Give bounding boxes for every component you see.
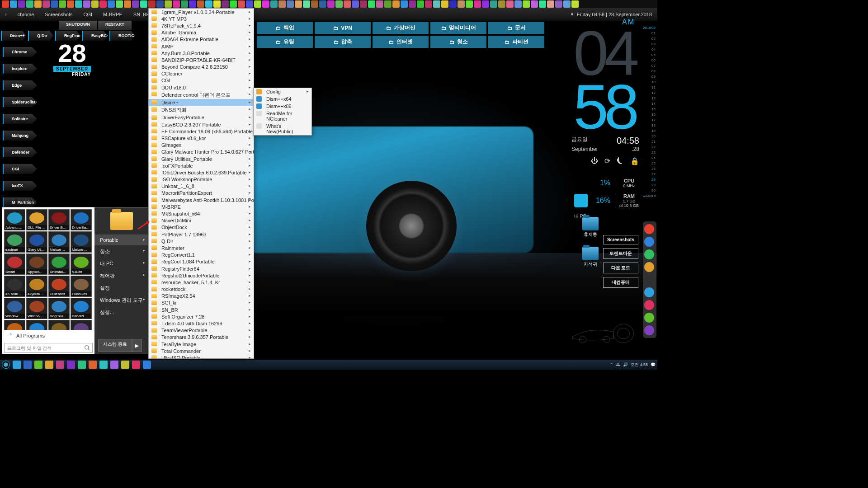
submenu-item[interactable]: EasyBCD 2.3.207 Portable <box>149 121 254 128</box>
start-tile[interactable]: 4kyoutu… <box>26 276 47 297</box>
launcher-icon[interactable] <box>262 0 269 8</box>
tray-network-icon[interactable]: 🖧 <box>616 362 620 367</box>
submenu-item[interactable]: Glary Utilities_Portable <box>149 155 254 162</box>
start-tile[interactable]: Driver B… <box>48 209 70 230</box>
submenu-item[interactable]: rocketdock <box>149 286 254 293</box>
launcher-icon[interactable] <box>67 0 74 8</box>
launcher-icon[interactable] <box>506 0 514 8</box>
submenu-item[interactable]: Adobe_Gamma <box>149 29 254 36</box>
launcher-icon[interactable] <box>563 0 571 8</box>
submenu-item[interactable]: Dism++x86 <box>254 103 311 110</box>
start-tile[interactable]: Malwar… <box>71 231 92 253</box>
launcher-icon[interactable] <box>458 0 465 8</box>
dock-icon[interactable] <box>644 249 654 259</box>
launcher-icon[interactable] <box>384 0 392 8</box>
start-menu-item[interactable]: 실행... <box>94 306 149 319</box>
category-button[interactable]: 🗀가상머신 <box>373 22 429 34</box>
submenu-item[interactable]: SGI_kr <box>149 300 254 306</box>
start-menu-item[interactable]: Windows 관리 도구 <box>94 294 149 306</box>
start-menu-item[interactable]: 설정 <box>94 282 149 294</box>
launcher-icon[interactable] <box>34 0 42 8</box>
launcher-icon[interactable] <box>148 0 156 8</box>
submenu-item[interactable]: PotPlayer 1.7.13963 <box>149 231 254 238</box>
tray-chevron-icon[interactable]: ⌃ <box>610 362 613 367</box>
submenu-item[interactable]: TeamViewerPortable <box>149 327 254 334</box>
right-panel-button[interactable]: Screenshots <box>603 235 638 244</box>
dock-icon[interactable] <box>644 300 654 310</box>
power-icon[interactable]: ⏻ <box>591 157 598 165</box>
dock-icon[interactable] <box>644 275 654 285</box>
submenu-item[interactable]: MkSnapshot_x64 <box>149 210 254 217</box>
submenu-item[interactable]: What's New(Public) <box>254 122 311 135</box>
launcher-icon[interactable] <box>474 0 481 8</box>
launcher-icon[interactable] <box>238 0 245 8</box>
info-bar-item[interactable]: Screenshots <box>39 12 78 17</box>
submenu-item[interactable]: T.dism 4.0 with Dism 16299 <box>149 320 254 327</box>
submenu-item[interactable]: 78RePack_v1.9.4 <box>149 22 254 29</box>
submenu-item[interactable]: RegistryFinder64 <box>149 265 254 272</box>
launcher-icon[interactable] <box>18 0 25 8</box>
tray-clock[interactable]: 오전 4:58 <box>631 362 648 368</box>
launcher-icon[interactable] <box>352 0 359 8</box>
submenu-item[interactable]: Tenorshare.3.9.6.357.Portable <box>149 334 254 341</box>
start-tile[interactable]: ezclean <box>4 231 25 253</box>
submenu-item[interactable]: Linkbar_1_6_8 <box>149 183 254 190</box>
start-tile[interactable]: Glary Ut… <box>26 231 47 253</box>
launcher-icon[interactable] <box>327 0 335 8</box>
launcher-icon[interactable] <box>409 0 416 8</box>
submenu-item[interactable]: RegConvert1.1 <box>149 252 254 258</box>
taskbar-icon[interactable] <box>132 361 140 369</box>
lock-icon[interactable]: 🔒 <box>630 157 639 165</box>
category-button[interactable]: 🗀청소 <box>430 36 486 48</box>
shutdown-options-button[interactable]: ▸ <box>132 339 142 352</box>
submenu-item[interactable]: UltraISO Portable <box>149 354 254 359</box>
launcher-icon[interactable] <box>140 0 147 8</box>
dock-icon[interactable] <box>644 262 654 272</box>
shortcut-tab[interactable]: Chrome <box>3 47 37 57</box>
submenu-item[interactable]: Malwarebytes Anti-Rootkit 1.10.3.1001 Po… <box>149 197 254 203</box>
shortcut-tab[interactable]: BOOTICE <box>109 31 135 41</box>
submenu-item[interactable]: ReadMe for NCleaner <box>254 110 311 122</box>
start-tile[interactable]: V3Lite <box>71 253 92 275</box>
category-button[interactable]: 🗀인터넷 <box>373 36 429 48</box>
taskbar-icon[interactable] <box>13 361 21 369</box>
dock-icon[interactable] <box>644 224 654 234</box>
launcher-icon[interactable] <box>482 0 489 8</box>
submenu-item[interactable]: CCleaner <box>149 70 254 77</box>
launcher-icon[interactable] <box>51 0 58 8</box>
category-button[interactable]: 🗀백업 <box>257 22 313 34</box>
shutdown-button[interactable]: SHUTDOWN <box>59 21 97 30</box>
launcher-icon[interactable] <box>42 0 50 8</box>
start-tile[interactable]: FlushDns <box>71 276 92 297</box>
launcher-icon[interactable] <box>449 0 457 8</box>
right-panel-button[interactable]: 내컴퓨터 <box>603 277 638 288</box>
start-tile[interactable]: WinTool… <box>26 298 47 319</box>
taskbar-icon[interactable] <box>89 361 97 369</box>
launcher-icon[interactable] <box>230 0 237 8</box>
launcher-icon[interactable] <box>523 0 530 8</box>
start-menu-item[interactable]: 청소 <box>94 245 149 258</box>
launcher-icon[interactable] <box>392 0 400 8</box>
submenu-item[interactable]: EF Commander 18.09 (x86-x64) Portable <box>149 128 254 135</box>
submenu-item[interactable]: Q-Dir <box>149 238 254 244</box>
submenu-item[interactable]: M-BRPE <box>149 203 254 210</box>
launcher-icon[interactable] <box>433 0 440 8</box>
taskbar-icon[interactable] <box>110 361 118 369</box>
submenu-item[interactable]: RSImageX2.54 <box>149 293 254 300</box>
launcher-icon[interactable] <box>75 0 82 8</box>
shortcut-tab[interactable]: Edge <box>3 80 37 90</box>
submenu-item[interactable]: AIDA64 Extreme Portable <box>149 36 254 43</box>
launcher-icon[interactable] <box>156 0 164 8</box>
restart-icon[interactable]: ⟳ <box>604 157 610 165</box>
submenu-item[interactable]: DNS최적화 <box>149 106 254 114</box>
submenu-item[interactable]: DriverEasyPortable <box>149 114 254 121</box>
start-tile[interactable]: Uninstal… <box>48 253 70 275</box>
category-button[interactable]: 🗀유틸 <box>257 36 313 48</box>
submenu-item[interactable]: FSCapture v8.6_kor <box>149 135 254 141</box>
launcher-icon[interactable] <box>368 0 375 8</box>
launcher-icon[interactable] <box>441 0 448 8</box>
taskbar-icon[interactable] <box>143 361 151 369</box>
launcher-icon[interactable] <box>197 0 204 8</box>
taskbar-icon[interactable] <box>56 361 64 369</box>
start-tile[interactable]: Spybot… <box>26 253 47 275</box>
